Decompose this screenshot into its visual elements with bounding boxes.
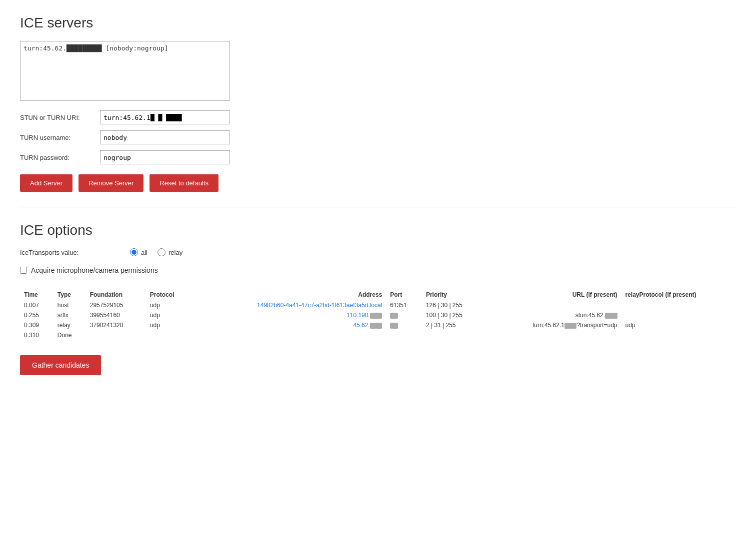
td-foundation: 2957529105 (86, 300, 146, 310)
th-address: Address (193, 289, 386, 300)
acquire-permissions-row: Acquire microphone/camera permissions (20, 266, 736, 274)
th-protocol: Protocol (146, 289, 193, 300)
username-label: TURN username: (20, 134, 100, 141)
td-port (386, 330, 422, 340)
candidates-table: Time Type Foundation Protocol Address Po… (20, 289, 736, 340)
gather-candidates-section: Gather candidates (20, 350, 736, 375)
username-row: TURN username: (20, 130, 736, 144)
td-url: stun:45.62. (486, 310, 621, 320)
password-row: TURN password: (20, 150, 736, 164)
candidates-table-section: Time Type Foundation Protocol Address Po… (20, 289, 736, 340)
radio-relay-option[interactable]: relay (158, 248, 182, 256)
td-time: 0.007 (20, 300, 54, 310)
td-foundation: 3790241320 (86, 320, 146, 330)
radio-relay-label: relay (168, 249, 182, 256)
td-url (486, 330, 621, 340)
th-url: URL (if present) (486, 289, 621, 300)
td-address: 45.62. (193, 320, 386, 330)
th-port: Port (386, 289, 422, 300)
td-protocol: udp (146, 310, 193, 320)
td-foundation (86, 330, 146, 340)
td-type: host (54, 300, 86, 310)
ice-options-title: ICE options (20, 222, 736, 238)
blurred-port (390, 323, 398, 329)
td-url: turn:45.62.1 ?transport=udp (486, 320, 621, 330)
td-relay-protocol (622, 300, 736, 310)
stun-turn-row: STUN or TURN URI: (20, 110, 736, 124)
td-relay-protocol (622, 330, 736, 340)
ice-transports-row: IceTransports value: all relay (20, 248, 736, 256)
radio-relay-input[interactable] (158, 248, 166, 256)
stun-turn-label: STUN or TURN URI: (20, 114, 100, 121)
th-time: Time (20, 289, 54, 300)
add-server-button[interactable]: Add Server (20, 174, 72, 192)
td-priority: 100 | 30 | 255 (422, 310, 486, 320)
gather-candidates-button[interactable]: Gather candidates (20, 355, 101, 375)
td-time: 0.310 (20, 330, 54, 340)
td-relay-protocol: udp (622, 320, 736, 330)
th-foundation: Foundation (86, 289, 146, 300)
stun-turn-input[interactable] (100, 110, 230, 124)
td-protocol: udp (146, 300, 193, 310)
td-relay-protocol (622, 310, 736, 320)
ice-transports-label: IceTransports value: (20, 249, 120, 256)
td-type: srflx (54, 310, 86, 320)
td-priority: 2 | 31 | 255 (422, 320, 486, 330)
acquire-permissions-checkbox[interactable] (20, 267, 27, 274)
blurred-address (370, 313, 382, 319)
radio-all-option[interactable]: all (130, 248, 148, 256)
acquire-permissions-label: Acquire microphone/camera permissions (31, 266, 158, 274)
td-foundation: 399554160 (86, 310, 146, 320)
blurred-url (605, 313, 617, 319)
remove-server-button[interactable]: Remove Server (78, 174, 144, 192)
td-port (386, 320, 422, 330)
table-row: 0.310 Done (20, 330, 736, 340)
section-divider (20, 207, 736, 207)
td-protocol (146, 330, 193, 340)
th-type: Type (54, 289, 86, 300)
blurred-address (370, 323, 382, 329)
table-header-row: Time Type Foundation Protocol Address Po… (20, 289, 736, 300)
td-address: 14982b60-4a41-47c7-a2bd-1f613aef3a5d.loc… (193, 300, 386, 310)
table-row: 0.007 host 2957529105 udp 14982b60-4a41-… (20, 300, 736, 310)
td-url (486, 300, 621, 310)
th-relay-protocol: relayProtocol (if present) (622, 289, 736, 300)
table-row: 0.255 srflx 399554160 udp 110.190. 100 |… (20, 310, 736, 320)
radio-all-input[interactable] (130, 248, 138, 256)
td-address: 110.190. (193, 310, 386, 320)
td-port (386, 310, 422, 320)
username-input[interactable] (100, 130, 230, 144)
blurred-port (390, 313, 398, 319)
td-type: relay (54, 320, 86, 330)
td-priority: 126 | 30 | 255 (422, 300, 486, 310)
ice-servers-title: ICE servers (20, 15, 736, 31)
td-protocol: udp (146, 320, 193, 330)
radio-all-label: all (141, 249, 148, 256)
password-input[interactable] (100, 150, 230, 164)
ice-options-section: ICE options IceTransports value: all rel… (20, 222, 736, 274)
td-time: 0.309 (20, 320, 54, 330)
th-priority: Priority (422, 289, 486, 300)
td-type: Done (54, 330, 86, 340)
td-priority (422, 330, 486, 340)
td-port: 61351 (386, 300, 422, 310)
table-row: 0.309 relay 3790241320 udp 45.62. 2 | 31… (20, 320, 736, 330)
ice-servers-textarea[interactable]: turn:45.62.█████████ [nobody:nogroup] (20, 41, 230, 101)
reset-defaults-button[interactable]: Reset to defaults (150, 174, 218, 192)
password-label: TURN password: (20, 154, 100, 161)
td-address (193, 330, 386, 340)
ice-servers-section: ICE servers turn:45.62.█████████ [nobody… (20, 15, 736, 192)
blurred-url (564, 323, 576, 329)
server-buttons: Add Server Remove Server Reset to defaul… (20, 174, 736, 192)
td-time: 0.255 (20, 310, 54, 320)
